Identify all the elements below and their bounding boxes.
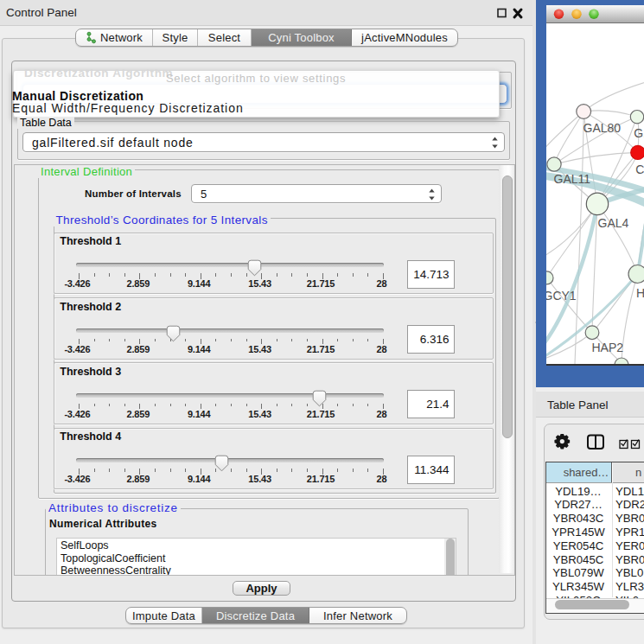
svg-text:GAL11: GAL11	[554, 172, 591, 186]
svg-text:C: C	[635, 163, 644, 176]
svg-text:G.: G.	[634, 126, 644, 140]
svg-text:GCY1: GCY1	[546, 289, 577, 303]
svg-text:HAP2: HAP2	[592, 341, 624, 354]
svg-text:GAL4: GAL4	[598, 216, 629, 230]
svg-text:GAL80: GAL80	[583, 121, 622, 135]
svg-text:H: H	[636, 286, 644, 300]
